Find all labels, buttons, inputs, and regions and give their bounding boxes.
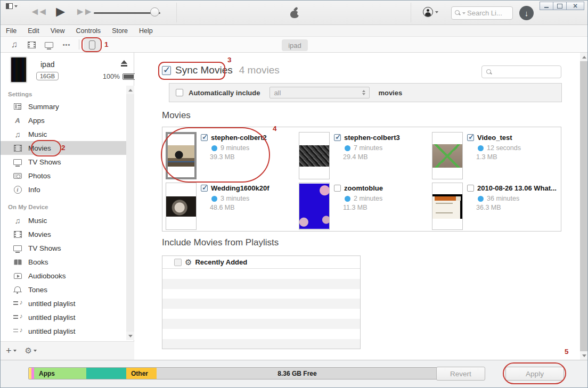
auto-include-bar: Automatically include all movies — [169, 83, 562, 102]
movie-checkbox[interactable] — [467, 185, 474, 192]
maximize-button[interactable] — [553, 2, 567, 10]
device-battery: 100% — [103, 73, 136, 80]
content-scrollbar[interactable] — [580, 53, 588, 360]
device-item-music[interactable]: ♫ Music — [1, 213, 126, 227]
options-gear-button[interactable] — [25, 346, 37, 356]
account-menu-button[interactable] — [423, 7, 438, 17]
music-nav-button[interactable]: ♫ — [9, 37, 20, 53]
media-navbar: ♫ ••• ipad — [1, 37, 588, 53]
device-item-movies[interactable]: Movies — [1, 227, 126, 241]
sidebar-item-apps[interactable]: A Apps — [1, 113, 126, 127]
more-media-button[interactable]: ••• — [60, 37, 73, 53]
menu-view[interactable]: View — [51, 27, 65, 35]
itunes-window: ◄◄ ► ►► Search Li... File — [0, 0, 588, 388]
playlist-item-recently-added[interactable]: Recently Added — [162, 256, 360, 269]
movie-item[interactable]: stephen-colbert2 9 minutes 39.3 MB — [166, 132, 297, 181]
movie-item[interactable]: zoomtoblue 2 minutes 11.3 MB — [299, 183, 430, 232]
play-button[interactable]: ► — [53, 4, 68, 20]
auto-include-checkbox[interactable] — [176, 89, 183, 96]
scroll-up-button[interactable] — [126, 86, 134, 94]
movie-thumbnail[interactable] — [299, 183, 330, 230]
menu-controls[interactable]: Controls — [76, 27, 101, 35]
device-item-tones[interactable]: Tones — [1, 283, 126, 296]
movies-nav-button[interactable] — [26, 37, 37, 53]
ellipsis-icon: ••• — [63, 42, 71, 48]
sidebar-item-music[interactable]: ♫ Music — [1, 127, 126, 141]
rewind-button[interactable]: ◄◄ — [30, 4, 46, 20]
device-item-playlist-3[interactable]: untitled playlist — [1, 324, 126, 338]
dropdown-stepper-icon — [362, 90, 365, 95]
playlists-list: Recently Added — [162, 255, 361, 349]
movie-item[interactable]: Video_test 12 seconds 1.3 MB — [432, 132, 563, 181]
movie-checkbox[interactable] — [467, 134, 474, 141]
movie-checkbox[interactable] — [201, 185, 208, 192]
device-nav-button[interactable] — [84, 38, 100, 51]
sidebar-toolbar: + — [1, 341, 134, 360]
minimize-button[interactable] — [540, 2, 553, 10]
menu-edit[interactable]: Edit — [28, 27, 39, 35]
movies-search-input[interactable] — [481, 65, 561, 78]
arrow-up-icon — [128, 89, 133, 92]
device-item-playlist-1[interactable]: untitled playlist — [1, 296, 126, 310]
apply-button[interactable]: Apply — [505, 367, 564, 381]
device-item-playlist-2[interactable]: untitled playlist — [1, 310, 126, 324]
sidebar-scrollbar[interactable] — [126, 86, 134, 340]
movie-checkbox[interactable] — [201, 134, 208, 141]
scroll-down-button[interactable] — [580, 351, 588, 360]
device-item-books[interactable]: Books — [1, 255, 126, 269]
device-tab[interactable]: ipad — [282, 39, 308, 51]
hd-dot-icon — [211, 196, 217, 202]
sidebar-item-tvshows[interactable]: TV Shows — [1, 155, 126, 169]
close-button[interactable] — [566, 2, 584, 10]
volume-knob[interactable] — [150, 7, 159, 16]
menu-store[interactable]: Store — [112, 27, 128, 35]
gear-icon — [25, 346, 32, 356]
sidebar-item-summary[interactable]: Summary — [1, 100, 126, 113]
forward-button[interactable]: ►► — [75, 4, 91, 20]
summary-icon — [12, 103, 23, 110]
device-item-audiobooks[interactable]: Audiobooks — [1, 269, 126, 283]
library-search-input[interactable]: Search Li... — [451, 6, 513, 20]
music-note-icon: ♫ — [12, 216, 23, 225]
menu-file[interactable]: File — [6, 27, 17, 35]
movies-section-header: Movies — [162, 110, 191, 121]
sidebar-item-photos[interactable]: Photos — [1, 169, 126, 183]
movie-thumbnail[interactable] — [166, 132, 197, 179]
movie-checkbox[interactable] — [334, 134, 341, 141]
revert-button[interactable]: Revert — [436, 367, 485, 381]
movie-thumbnail[interactable] — [432, 132, 463, 179]
sidebar-item-movies[interactable]: Movies — [1, 141, 126, 155]
movie-checkbox[interactable] — [334, 185, 341, 192]
device-item-tvshows[interactable]: TV Shows — [1, 241, 126, 255]
volume-slider[interactable] — [94, 11, 160, 14]
movie-thumbnail[interactable] — [299, 132, 330, 179]
tvshows-nav-button[interactable] — [43, 37, 55, 53]
movie-item[interactable]: 2010-08-26 13.06 What... 36 minutes 36.3… — [432, 183, 563, 232]
movie-item[interactable]: stephen-colbert3 7 minutes 29.4 MB — [299, 132, 430, 181]
scroll-up-button[interactable] — [580, 53, 588, 61]
movie-thumbnail[interactable] — [432, 183, 463, 230]
movie-thumbnail[interactable] — [166, 183, 197, 230]
downloads-button[interactable] — [519, 6, 534, 20]
add-playlist-button[interactable]: + — [6, 346, 17, 356]
film-icon — [12, 231, 23, 238]
film-icon — [28, 42, 36, 48]
menu-help[interactable]: Help — [139, 27, 153, 35]
miniplayer-menu-button[interactable] — [6, 3, 18, 9]
sync-movies-checkbox[interactable] — [162, 66, 171, 75]
scroll-down-button[interactable] — [126, 332, 134, 340]
settings-list: Summary A Apps ♫ Music Movies TV Shows P… — [1, 100, 126, 196]
search-placeholder: Search Li... — [467, 9, 502, 17]
toolbar-divider — [411, 3, 411, 22]
movie-item[interactable]: Wedding1600k20f 3 minutes 48.6 MB — [166, 183, 297, 232]
eject-icon[interactable] — [120, 60, 128, 67]
auto-include-dropdown[interactable]: all — [270, 87, 370, 98]
toolbar: ◄◄ ► ►► Search Li... — [1, 1, 588, 25]
playlist-checkbox[interactable] — [174, 259, 182, 266]
device-thumbnail — [10, 56, 27, 83]
sidebar-item-info[interactable]: Info — [1, 183, 126, 196]
empty-row — [162, 299, 360, 309]
capacity-free-label: 8.36 GB Free — [157, 368, 438, 379]
search-icon — [455, 10, 461, 16]
capacity-segment-other: Other — [126, 368, 157, 379]
